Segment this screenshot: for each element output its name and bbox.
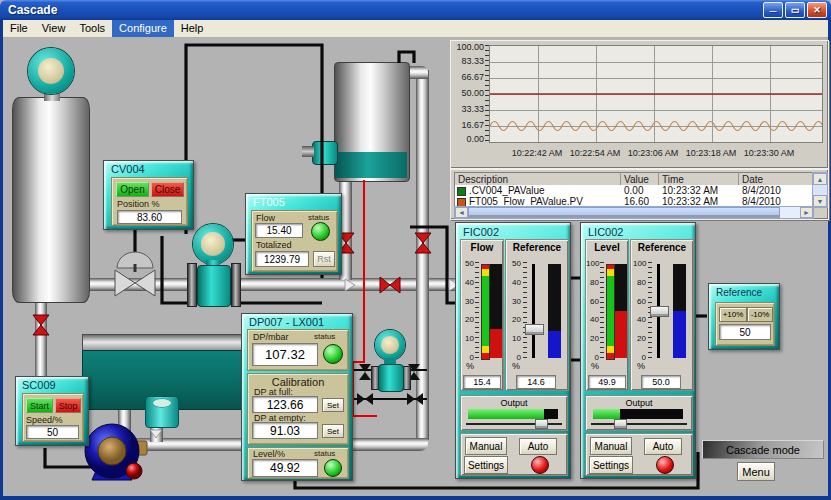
ft005-reset-button[interactable]: Rst (313, 251, 335, 267)
scroll-down-icon[interactable]: ▼ (813, 195, 827, 207)
unit-label: % (512, 361, 520, 371)
gauge-indicator-fill (615, 311, 627, 358)
fic002-setpoint-slider-handle[interactable] (525, 324, 544, 335)
ft005-faceplate: FT005 Flow status 15.40 Totalized 1239.7… (245, 193, 342, 275)
cv004-title: CV004 (111, 163, 145, 175)
lic002-output-slider-track[interactable] (591, 423, 687, 425)
cv004-open-button[interactable]: Open (116, 182, 149, 197)
sc009-start-button[interactable]: Start (26, 398, 53, 413)
scale-tick: 20 (586, 334, 599, 343)
lic002-sp-value[interactable]: 50.0 (641, 375, 681, 389)
slider-track[interactable] (532, 264, 535, 358)
sc009-faceplate: SC009 Start Stop Speed/% 50 (15, 376, 89, 446)
slider-minor-ticks (523, 262, 527, 360)
dp007-set-empty-button[interactable]: Set (322, 424, 344, 438)
table-row[interactable]: .CV004_PAValue 0.00 10:23:32 AM 8/4/2010 (455, 185, 813, 196)
scale-tick: 10 (508, 334, 521, 343)
reference-plus10-button[interactable]: +10% (719, 307, 747, 322)
scroll-left-icon[interactable]: ◄ (455, 207, 468, 218)
reference-faceplate: Reference +10% -10% 50 (708, 283, 780, 350)
scale-tick: 80 (633, 278, 646, 287)
cv004-close-button[interactable]: Close (151, 182, 184, 197)
flow-meter-body (197, 265, 231, 307)
fic002-sp-value[interactable]: 14.6 (516, 375, 556, 389)
scale-tick: 100 (586, 259, 599, 268)
scale-tick: 20 (461, 315, 474, 324)
sc009-speed-value[interactable]: 50 (26, 425, 79, 439)
fic002-auto-button[interactable]: Auto (519, 438, 557, 455)
control-valve (115, 252, 155, 296)
dp007-set-full-button[interactable]: Set (322, 398, 344, 412)
y-tick-label: 100.00 (453, 42, 484, 52)
scale-tick: 40 (461, 278, 474, 287)
lic002-manual-button[interactable]: Manual (590, 437, 632, 455)
lic002-settings-button[interactable]: Settings (589, 456, 633, 474)
fic002-output-slider-handle[interactable] (535, 419, 548, 429)
unit-label: % (466, 361, 474, 371)
x-tick-label: 10:23:18 AM (679, 148, 743, 158)
horizontal-scrollbar[interactable]: ◄ ► (454, 206, 814, 219)
fic002-manual-button[interactable]: Manual (465, 437, 507, 455)
lic002-title: LIC002 (588, 226, 623, 238)
dp-transmitter-body (378, 364, 404, 392)
reference-minus10-button[interactable]: -10% (747, 307, 773, 322)
col-header-description[interactable]: Description (455, 173, 621, 185)
scale-tick: 10 (461, 334, 474, 343)
dp007-dp-label: DP/mbar (253, 332, 289, 342)
scale-tick: 30 (461, 297, 474, 306)
sc009-stop-button[interactable]: Stop (55, 398, 81, 413)
fic002-mode-led (531, 456, 549, 474)
cascade-mode-button[interactable]: Cascade mode (702, 440, 824, 459)
trend-chart-panel: 100.00 83.33 66.67 50.00 33.33 16.67 0.0… (450, 40, 829, 169)
dp007-status-led (323, 344, 343, 364)
scale-tick: 60 (633, 297, 646, 306)
col-header-date[interactable]: Date (739, 173, 813, 185)
x-tick-label: 10:22:54 AM (563, 148, 627, 158)
gauge-color-strip (606, 264, 615, 360)
reference-value[interactable]: 50 (719, 324, 771, 340)
col-header-time[interactable]: Time (659, 173, 739, 185)
trend-series (490, 46, 822, 142)
lic002-auto-button[interactable]: Auto (644, 438, 682, 455)
ft005-totalized-value: 1239.79 (255, 251, 309, 267)
pipe-fitting-opening (152, 398, 172, 408)
slider-fill-track (548, 264, 561, 358)
fic002-settings-button[interactable]: Settings (464, 456, 508, 474)
lic002-setpoint-slider-handle[interactable] (650, 306, 669, 317)
plot-area (489, 45, 823, 143)
fic002-output-label: Output (461, 398, 567, 408)
menu-button[interactable]: Menu (737, 462, 775, 481)
y-tick-label: 66.67 (453, 72, 484, 82)
scroll-right-icon[interactable]: ► (800, 207, 813, 218)
dp007-empty-value: 91.03 (252, 422, 318, 439)
lic002-output-fill (593, 409, 620, 419)
dp007-dp-value: 107.32 (252, 343, 318, 366)
reference-title: Reference (716, 287, 762, 298)
lic002-output-label: Output (586, 398, 692, 408)
hscroll-thumb[interactable] (468, 207, 780, 218)
flow-meter-flange-left (187, 263, 197, 307)
gauge-indicator-track (615, 264, 627, 358)
scale-tick: 20 (633, 334, 646, 343)
fic002-sp-label: Reference (506, 242, 568, 253)
cell-description: .CV004_PAValue (466, 185, 621, 196)
x-tick-label: 10:22:42 AM (505, 148, 569, 158)
ft005-status-led (311, 222, 330, 241)
lic002-mode-led (656, 456, 674, 474)
vertical-scrollbar[interactable]: ▲ ▼ (812, 172, 828, 208)
cv004-faceplate: CV004 Open Close Position % 83.60 (103, 160, 194, 230)
fic002-pv-value: 15.4 (463, 375, 501, 389)
scroll-up-icon[interactable]: ▲ (813, 173, 827, 185)
lic002-pv-label: Level (586, 242, 628, 253)
scale-tick: 40 (508, 278, 521, 287)
cell-value: 0.00 (621, 185, 659, 196)
sc009-title: SC009 (22, 379, 56, 391)
x-tick-label: 10:23:06 AM (621, 148, 685, 158)
gauge-minor-ticks (600, 262, 604, 360)
col-header-value[interactable]: Value (621, 173, 659, 185)
lic002-output-slider-handle[interactable] (614, 419, 627, 429)
application-window: Cascade — ▭ ✕ File View Tools Configure … (0, 0, 831, 500)
flow-meter-flange-right (231, 263, 241, 307)
dp007-status-label: status (314, 449, 335, 458)
lic002-faceplate: LIC002 Level 100 80 60 40 20 0 % 49.9 Re… (580, 222, 696, 479)
